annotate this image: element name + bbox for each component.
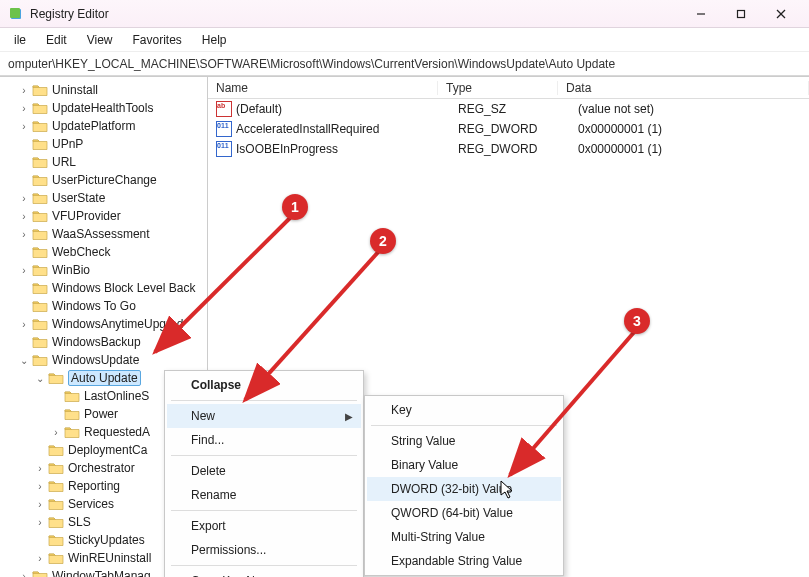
col-data[interactable]: Data <box>558 81 809 95</box>
chevron-right-icon[interactable]: › <box>18 103 30 114</box>
ctx-collapse[interactable]: Collapse <box>167 373 361 397</box>
tree-item[interactable]: ›WindowsAnytimeUpgrad <box>0 315 207 333</box>
cell-type: REG_DWORD <box>458 142 578 156</box>
tree-item-label: RequestedA <box>84 425 150 439</box>
folder-icon <box>32 173 48 187</box>
svg-rect-3 <box>738 10 745 17</box>
tree-item[interactable]: ⌄WindowsUpdate <box>0 351 207 369</box>
svg-rect-1 <box>10 8 20 18</box>
separator <box>371 425 557 426</box>
sub-string[interactable]: String Value <box>367 429 561 453</box>
cell-data: 0x00000001 (1) <box>578 122 801 136</box>
tree-item[interactable]: WebCheck <box>0 243 207 261</box>
folder-icon <box>32 83 48 97</box>
tree-item-label: WaaSAssessment <box>52 227 150 241</box>
cell-name: AcceleratedInstallRequired <box>236 122 458 136</box>
tree-item-label: URL <box>52 155 76 169</box>
chevron-down-icon[interactable]: ⌄ <box>34 373 46 384</box>
folder-icon <box>48 479 64 493</box>
cell-type: REG_SZ <box>458 102 578 116</box>
chevron-right-icon[interactable]: › <box>34 463 46 474</box>
ctx-export[interactable]: Export <box>167 514 361 538</box>
chevron-right-icon[interactable]: › <box>18 229 30 240</box>
sub-binary[interactable]: Binary Value <box>367 453 561 477</box>
cell-name: IsOOBEInProgress <box>236 142 458 156</box>
dword-value-icon: 011 <box>216 121 232 137</box>
ctx-find[interactable]: Find... <box>167 428 361 452</box>
annotation-2: 2 <box>370 228 396 254</box>
list-row[interactable]: 011IsOOBEInProgressREG_DWORD0x00000001 (… <box>208 139 809 159</box>
sub-multi[interactable]: Multi-String Value <box>367 525 561 549</box>
dword-value-icon: 011 <box>216 141 232 157</box>
menu-view[interactable]: View <box>77 29 123 51</box>
folder-icon <box>32 137 48 151</box>
tree-item[interactable]: Windows To Go <box>0 297 207 315</box>
tree-item[interactable]: UserPictureChange <box>0 171 207 189</box>
tree-item-label: Orchestrator <box>68 461 135 475</box>
chevron-right-icon[interactable]: › <box>18 571 30 578</box>
chevron-right-icon[interactable]: › <box>50 427 62 438</box>
cell-name: (Default) <box>236 102 458 116</box>
chevron-right-icon[interactable]: › <box>18 121 30 132</box>
tree-item[interactable]: ›VFUProvider <box>0 207 207 225</box>
tree-item[interactable]: ›Uninstall <box>0 81 207 99</box>
chevron-right-icon[interactable]: › <box>34 553 46 564</box>
sub-expand[interactable]: Expandable String Value <box>367 549 561 573</box>
window-title: Registry Editor <box>30 7 681 21</box>
tree-item[interactable]: URL <box>0 153 207 171</box>
chevron-right-icon[interactable]: › <box>18 211 30 222</box>
menu-edit[interactable]: Edit <box>36 29 77 51</box>
ctx-delete[interactable]: Delete <box>167 459 361 483</box>
tree-item-label: WinREUninstall <box>68 551 151 565</box>
tree-item-label: WebCheck <box>52 245 110 259</box>
list-body: ab(Default)REG_SZ(value not set)011Accel… <box>208 99 809 159</box>
list-row[interactable]: ab(Default)REG_SZ(value not set) <box>208 99 809 119</box>
tree-item[interactable]: ›UpdateHealthTools <box>0 99 207 117</box>
title-bar: Registry Editor <box>0 0 809 28</box>
folder-icon <box>32 155 48 169</box>
chevron-right-icon[interactable]: › <box>34 517 46 528</box>
chevron-down-icon[interactable]: ⌄ <box>18 355 30 366</box>
sub-dword[interactable]: DWORD (32-bit) Value <box>367 477 561 501</box>
ctx-rename[interactable]: Rename <box>167 483 361 507</box>
ctx-new[interactable]: New ▶ <box>167 404 361 428</box>
sub-qword[interactable]: QWORD (64-bit) Value <box>367 501 561 525</box>
tree-item[interactable]: ›WinBio <box>0 261 207 279</box>
tree-item[interactable]: Windows Block Level Back <box>0 279 207 297</box>
chevron-right-icon[interactable]: › <box>18 319 30 330</box>
folder-icon <box>64 425 80 439</box>
separator <box>171 565 357 566</box>
list-row[interactable]: 011AcceleratedInstallRequiredREG_DWORD0x… <box>208 119 809 139</box>
chevron-right-icon[interactable]: › <box>18 193 30 204</box>
tree-item-label: Services <box>68 497 114 511</box>
chevron-right-icon[interactable]: › <box>18 265 30 276</box>
sub-key[interactable]: Key <box>367 398 561 422</box>
menu-favorites[interactable]: Favorites <box>123 29 192 51</box>
menu-help[interactable]: Help <box>192 29 237 51</box>
folder-icon <box>32 353 48 367</box>
maximize-button[interactable] <box>721 0 761 27</box>
tree-item[interactable]: ›UserState <box>0 189 207 207</box>
tree-item[interactable]: ›UpdatePlatform <box>0 117 207 135</box>
folder-icon <box>32 209 48 223</box>
ctx-permissions[interactable]: Permissions... <box>167 538 361 562</box>
menu-file[interactable]: ile <box>4 29 36 51</box>
chevron-right-icon[interactable]: › <box>34 499 46 510</box>
tree-item[interactable]: UPnP <box>0 135 207 153</box>
tree-item-label: UserState <box>52 191 105 205</box>
col-type[interactable]: Type <box>438 81 558 95</box>
folder-icon <box>32 569 48 577</box>
chevron-right-icon[interactable]: › <box>34 481 46 492</box>
tree-item[interactable]: WindowsBackup <box>0 333 207 351</box>
minimize-button[interactable] <box>681 0 721 27</box>
tree-item-label: UpdateHealthTools <box>52 101 153 115</box>
ctx-copy-key-name[interactable]: Copy Key Name <box>167 569 361 577</box>
tree-item-label: Uninstall <box>52 83 98 97</box>
chevron-right-icon[interactable]: › <box>18 85 30 96</box>
col-name[interactable]: Name <box>208 81 438 95</box>
close-button[interactable] <box>761 0 801 27</box>
folder-icon <box>64 389 80 403</box>
tree-item-label: LastOnlineS <box>84 389 149 403</box>
tree-item[interactable]: ›WaaSAssessment <box>0 225 207 243</box>
address-bar[interactable]: omputer\HKEY_LOCAL_MACHINE\SOFTWARE\Micr… <box>0 52 809 76</box>
